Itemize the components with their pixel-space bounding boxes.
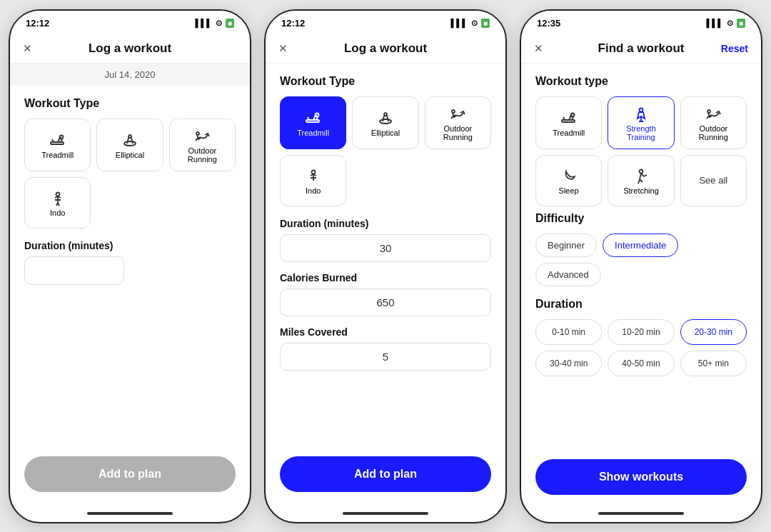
workout-type-label-2: Workout Type [280,75,491,88]
phone-2: 12:12 ▌▌▌ ⊙ ■ ✕ Log a workout Workout Ty… [264,9,507,523]
signal-icon-3: ▌▌▌ [707,19,723,27]
workout-type-label-3: Workout type [535,75,747,88]
strength-label-3: Strength Training [613,124,669,141]
time-1: 12:12 [26,18,49,29]
duration-50-plus-3[interactable]: 50+ min [680,351,747,376]
header-title-1: Log a workout [89,41,171,56]
battery-icon-2: ■ [481,19,490,28]
status-bar-2: 12:12 ▌▌▌ ⊙ ■ [266,11,505,31]
svg-point-29 [311,170,315,174]
workout-type-grid-3-row2: Sleep Stretching S [535,155,747,206]
see-all-card-3[interactable]: See all [680,155,747,206]
svg-point-41 [707,110,710,113]
status-icons-2: ▌▌▌ ⊙ ■ [451,19,490,28]
difficulty-label-3: Difficulty [535,212,747,225]
workout-card-sleep-3[interactable]: Sleep [535,155,602,206]
miles-group-2: Miles Covered 5 [280,326,491,371]
reset-button-3[interactable]: Reset [721,43,748,54]
close-button-2[interactable]: ✕ [278,42,288,55]
workout-type-grid-3-row1: Treadmill Strength Training [535,96,747,149]
duration-10-20-3[interactable]: 10-20 min [608,319,674,345]
workout-card-stretching-3[interactable]: Stretching [608,155,674,206]
svg-line-7 [127,138,128,144]
wifi-icon-2: ⊙ [471,19,478,28]
outdoor-running-label-1: Outdoor Running [174,146,231,164]
workout-type-label-1: Workout Type [24,97,236,110]
date-bar-1: Jul 14, 2020 [10,64,250,86]
difficulty-group-3: Beginner Intermediate Advanced [535,234,747,286]
indoor-icon-1 [48,189,68,209]
status-icons-3: ▌▌▌ ⊙ ■ [707,19,745,28]
phone-content-1: Workout Type Treadmill [10,86,250,446]
miles-label-2: Miles Covered [280,326,491,338]
status-bar-1: 12:12 ▌▌▌ ⊙ ■ [10,11,250,31]
duration-40-50-3[interactable]: 40-50 min [608,351,674,376]
status-bar-3: 12:35 ▌▌▌ ⊙ ■ [521,11,761,31]
difficulty-advanced-3[interactable]: Advanced [535,263,601,286]
workout-card-treadmill-2[interactable]: Treadmill [280,96,346,149]
indo-label-1: Indo [50,209,65,217]
workout-card-treadmill-3[interactable]: Treadmill [535,96,602,149]
difficulty-intermediate-3[interactable]: Intermediate [603,234,678,257]
status-icons-1: ▌▌▌ ⊙ ■ [196,19,234,28]
header-title-2: Log a workout [344,41,427,56]
calories-input-2[interactable]: 650 [280,288,491,316]
svg-point-11 [196,132,199,135]
svg-line-16 [58,203,59,206]
workout-card-strength-3[interactable]: Strength Training [608,96,674,149]
duration-input-2[interactable]: 30 [280,234,491,262]
time-3: 12:35 [537,18,560,29]
duration-20-30-3[interactable]: 20-30 min [680,319,747,345]
treadmill-icon-3 [559,109,579,129]
home-indicator-2 [343,512,428,515]
duration-group-2: Duration (minutes) 30 [280,218,491,262]
close-button-1[interactable]: ✕ [23,42,32,55]
svg-point-38 [639,108,642,111]
workout-card-outdoor-1[interactable]: Outdoor Running [169,119,236,171]
duration-label-3: Duration [535,298,747,311]
duration-label-2: Duration (minutes) [280,218,491,229]
outdoor-running-label-3: Outdoor Running [685,124,742,141]
duration-grid-3: 0-10 min 10-20 min 20-30 min 30-40 min 4… [535,319,747,376]
section-content-1: Workout Type Treadmill [10,86,250,446]
elliptical-label-1: Elliptical [116,151,144,159]
svg-point-12 [56,192,59,196]
treadmill-icon-2 [303,109,323,129]
add-to-plan-button-2[interactable]: Add to plan [280,456,491,492]
wifi-icon-3: ⊙ [727,19,733,28]
home-indicator-3 [598,512,684,515]
see-all-label-3: See all [699,175,727,186]
show-workouts-button-3[interactable]: Show workouts [535,459,747,495]
workout-type-grid-2: Treadmill Elliptical [280,96,491,206]
miles-input-2[interactable]: 5 [280,343,491,371]
header-1: ✕ Log a workout [10,31,250,64]
svg-rect-17 [306,120,319,122]
workout-card-elliptical-2[interactable]: Elliptical [352,96,418,149]
workout-card-treadmill-1[interactable]: Treadmill [24,119,91,171]
duration-30-40-3[interactable]: 30-40 min [535,351,602,376]
phone-content-3: Workout type Treadmill [521,64,761,452]
svg-line-8 [131,138,133,144]
workout-card-indo-2[interactable]: Indo [280,155,346,206]
stretching-label-3: Stretching [623,186,659,195]
phone-1: 12:12 ▌▌▌ ⊙ ■ ✕ Log a workout Jul 14, 20… [9,9,251,523]
close-button-3[interactable]: ✕ [534,42,543,55]
svg-point-42 [639,169,642,173]
add-to-plan-button-1[interactable]: Add to plan [24,456,236,492]
wifi-icon: ⊙ [216,19,222,28]
home-indicator-1 [87,512,173,515]
signal-icon-2: ▌▌▌ [451,19,468,27]
strength-icon-3 [631,104,651,124]
difficulty-beginner-3[interactable]: Beginner [535,234,597,257]
svg-line-24 [383,116,384,121]
indo-label-2: Indo [306,186,321,195]
workout-card-indo-1[interactable]: Indo [24,177,91,229]
duration-label-1: Duration (minutes) [24,240,236,251]
workout-card-elliptical-1[interactable]: Elliptical [96,119,163,171]
duration-0-10-3[interactable]: 0-10 min [535,319,602,345]
duration-input-1[interactable] [24,256,124,285]
workout-card-outdoor-3[interactable]: Outdoor Running [680,96,747,149]
outdoor-running-icon-1 [192,126,212,146]
treadmill-label-2: Treadmill [297,129,329,137]
workout-card-outdoor-2[interactable]: Outdoor Running [425,96,491,149]
